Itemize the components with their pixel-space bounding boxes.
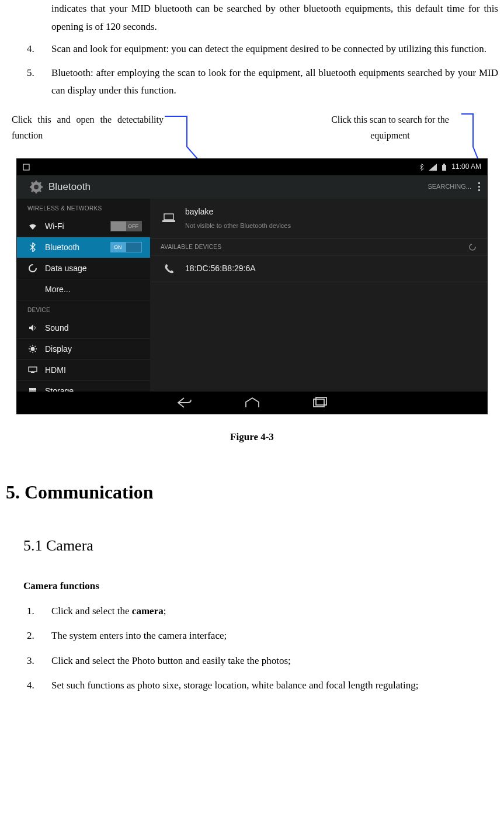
data-usage-icon: [27, 264, 38, 272]
bluetooth-main-panel: baylake Not visible to other Bluetooth d…: [150, 199, 487, 393]
bluetooth-icon: [27, 243, 38, 252]
sidebar-item-bluetooth[interactable]: Bluetooth ON: [17, 237, 150, 258]
sidebar-item-label: Data usage: [45, 261, 142, 276]
list-item-4: 4. Scan and look for equipment: you can …: [6, 40, 498, 58]
svg-line-11: [32, 190, 33, 192]
app-title: Bluetooth: [48, 178, 91, 196]
sidebar-item-label: Sound: [45, 321, 142, 335]
list-item-text: Bluetooth: after employing the scan to l…: [51, 67, 498, 96]
camera-functions-heading: Camera functions: [23, 577, 498, 596]
camera-list-item-3: 3. Click and select the Photo button and…: [6, 652, 498, 670]
sidebar-section-device: DEVICE: [17, 300, 150, 318]
callout-right: Click this scan to search for the equipm…: [323, 112, 457, 155]
battery-icon: [442, 164, 447, 171]
svg-line-20: [35, 351, 36, 352]
settings-gear-icon[interactable]: [30, 181, 43, 193]
sidebar-item-label: Bluetooth: [45, 240, 103, 255]
continued-paragraph: indicates that your MID bluetooth can be…: [51, 0, 498, 36]
sidebar-item-display[interactable]: Display: [17, 339, 150, 360]
sound-icon: [27, 324, 38, 332]
sidebar-item-data-usage[interactable]: Data usage: [17, 258, 150, 279]
sidebar-item-hdmi[interactable]: HDMI: [17, 360, 150, 381]
sidebar-item-label: More...: [45, 282, 142, 297]
svg-rect-32: [316, 397, 326, 405]
list-number: 4.: [27, 677, 34, 695]
svg-rect-25: [29, 388, 36, 390]
svg-line-9: [32, 182, 33, 184]
svg-rect-28: [164, 214, 173, 220]
system-nav-bar: [17, 392, 487, 414]
sidebar-section-wireless: WIRELESS & NETWORKS: [17, 199, 150, 216]
list-item-text: Scan and look for equipment: you can det…: [51, 43, 486, 54]
android-screenshot: 11:00 AM Bluetooth SEARCHING... WIRELESS…: [16, 158, 488, 414]
svg-rect-31: [314, 399, 324, 407]
home-button-icon[interactable]: [245, 397, 260, 408]
phone-icon: [161, 264, 177, 274]
list-number: 1.: [27, 603, 34, 621]
device-mac: 18:DC:56:B8:29:6A: [185, 261, 256, 276]
figure-caption: Figure 4-3: [6, 428, 498, 446]
list-number: 2.: [27, 627, 34, 645]
svg-point-14: [31, 347, 35, 351]
list-number: 3.: [27, 652, 34, 670]
sidebar-item-label: HDMI: [45, 363, 142, 378]
callouts-row: Click this and open the detectability fu…: [12, 112, 492, 155]
list-item-5: 5. Bluetooth: after employing the scan t…: [6, 64, 498, 100]
sidebar-item-sound[interactable]: Sound: [17, 318, 150, 339]
status-bar: 11:00 AM: [17, 159, 487, 175]
sidebar-item-more[interactable]: More...: [17, 279, 150, 300]
svg-rect-2: [443, 164, 445, 165]
settings-sidebar: WIRELESS & NETWORKS Wi-Fi OFF Bluetooth …: [17, 199, 150, 393]
notification-icon: [23, 164, 30, 171]
camera-list-item-4: 4. Set such functions as photo sixe, sto…: [6, 677, 498, 695]
svg-rect-0: [23, 164, 29, 170]
callout-left: Click this and open the detectability fu…: [12, 112, 164, 155]
list-item-text-pre: Click and select the: [51, 605, 132, 617]
svg-point-30: [470, 244, 475, 250]
svg-rect-23: [29, 367, 37, 372]
list-number: 5.: [27, 64, 34, 82]
svg-rect-29: [162, 220, 175, 222]
sidebar-item-label: Wi-Fi: [45, 219, 103, 234]
list-item-bold: camera: [132, 605, 164, 617]
svg-line-12: [39, 182, 41, 184]
scan-spinner-icon[interactable]: [468, 243, 477, 251]
status-time: 11:00 AM: [451, 161, 481, 174]
list-item-text-post: ;: [164, 605, 166, 617]
svg-rect-1: [442, 165, 446, 171]
back-button-icon[interactable]: [177, 397, 192, 408]
list-item-text: Set such functions as photo sixe, storag…: [51, 680, 418, 691]
svg-line-19: [30, 346, 31, 347]
sidebar-item-label: Display: [45, 342, 142, 356]
svg-line-22: [35, 346, 36, 347]
wifi-toggle[interactable]: OFF: [110, 221, 142, 231]
sidebar-item-wifi[interactable]: Wi-Fi OFF: [17, 216, 150, 237]
svg-point-4: [34, 185, 39, 189]
camera-list-item-1: 1. Click and select the camera;: [6, 603, 498, 621]
overflow-menu-icon[interactable]: [478, 182, 480, 191]
list-item-text: The system enters into the camera interf…: [51, 630, 227, 641]
bluetooth-status-icon: [419, 164, 424, 171]
section-heading-5: 5. Communication: [6, 476, 498, 510]
list-number: 4.: [27, 40, 34, 58]
svg-line-21: [30, 351, 31, 352]
available-devices-header: AVAILABLE DEVICES: [161, 242, 221, 252]
hdmi-icon: [27, 366, 38, 373]
camera-list-item-2: 2. The system enters into the camera int…: [6, 627, 498, 645]
list-item-text: Click and select the Photo button and ea…: [51, 655, 291, 666]
this-device-subtext: Not visible to other Bluetooth devices: [185, 220, 291, 232]
searching-label: SEARCHING...: [427, 181, 471, 193]
display-icon: [27, 345, 38, 353]
wifi-icon: [27, 223, 38, 230]
bluetooth-toggle[interactable]: ON: [110, 242, 142, 252]
app-bar: Bluetooth SEARCHING...: [17, 175, 487, 199]
available-device-row[interactable]: 18:DC:56:B8:29:6A: [150, 255, 487, 282]
recents-button-icon[interactable]: [312, 397, 328, 408]
this-device-row[interactable]: baylake Not visible to other Bluetooth d…: [150, 199, 487, 238]
svg-rect-24: [31, 372, 34, 373]
subsection-heading-5-1: 5.1 Camera: [23, 532, 498, 560]
signal-icon: [429, 164, 437, 171]
laptop-icon: [161, 213, 177, 223]
svg-point-13: [29, 265, 36, 272]
svg-line-10: [39, 190, 41, 192]
